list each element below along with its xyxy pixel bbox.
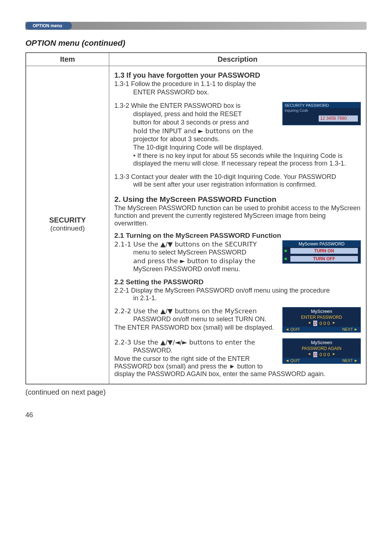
text-1-3-2d: hold the INPUT and ► buttons on the xyxy=(114,127,361,135)
heading-1-3: 1.3 If you have forgotten your PASSWORD xyxy=(114,71,361,80)
osd-turn-off: TURN OFF xyxy=(290,256,358,262)
header-tab-label: OPTION menu xyxy=(33,23,62,28)
osd-ep-next: NEXT ► xyxy=(342,327,358,331)
item-sub: (continued) xyxy=(31,224,104,232)
osd-myscreen-password: MyScreen PASSWORD TURN ON TURN OFF xyxy=(282,240,361,264)
osd-pa-sub: PASSWORD AGAIN xyxy=(283,346,360,351)
header-tab: OPTION menu xyxy=(25,22,68,30)
text-2-2-1: 2.2-1 Display the MyScreen PASSWORD on/o… xyxy=(114,287,361,302)
osd-inquiring-code: 12 3456 7890 xyxy=(319,115,358,121)
osd-ep-quit: ◄ QUIT xyxy=(285,327,300,331)
osd-turn-on: TURN ON xyxy=(290,248,358,254)
text-1-3-2f: The 10-digit Inquiring Code will be disp… xyxy=(114,144,361,151)
osd-security-password: SECURITY PASSWORD Inquiring Code 12 3456… xyxy=(282,102,361,125)
continued-note: (continued on next page) xyxy=(25,388,367,396)
osd-ep-digits: ◄ 0 0 0 0 ► xyxy=(283,320,360,327)
osd-password-again: MyScreen PASSWORD AGAIN ◄ 0 0 0 0 ► ◄ QU… xyxy=(282,338,361,364)
osd-pa-title: MyScreen xyxy=(283,339,360,346)
osd-enter-password: MyScreen ENTER PASSWORD ◄ 0 0 0 0 ► ◄ QU… xyxy=(282,307,361,333)
table-row: SECURITY (continued) 1.3 If you have for… xyxy=(26,66,366,384)
osd-title: SECURITY PASSWORD xyxy=(283,103,360,108)
osd-subtitle: Inquiring Code xyxy=(283,108,360,113)
osd-ep-digits-rest: 0 0 0 xyxy=(319,321,330,326)
section-title: OPTION menu (continued) xyxy=(25,38,367,48)
text-1-3-1a: 1.3-1 Follow the procedure in 1.1-1 to d… xyxy=(114,80,361,88)
osd-myscreen-title: MyScreen PASSWORD xyxy=(283,241,360,247)
item-label: SECURITY xyxy=(31,216,104,224)
osd-ep-title: MyScreen xyxy=(283,308,360,315)
osd-ep-digit-selected: 0 xyxy=(313,321,317,326)
cell-description: 1.3 If you have forgotten your PASSWORD … xyxy=(109,66,367,384)
osd-pa-next: NEXT ► xyxy=(342,358,358,363)
osd-ep-sub: ENTER PASSWORD xyxy=(283,315,360,320)
header-bar: OPTION menu xyxy=(25,22,367,30)
triangle-left-icon: ◄ xyxy=(307,321,311,326)
text-1-3-1b: ENTER PASSWORD box. xyxy=(114,89,361,96)
marker-icon xyxy=(285,250,287,252)
text-2: The MyScreen PASSWORD function can be us… xyxy=(114,204,361,227)
text-1-3-2g: • If there is no key input for about 55 … xyxy=(114,152,361,167)
col-header-item: Item xyxy=(26,53,109,66)
marker-icon xyxy=(285,258,287,260)
text-2-1-1d: MyScreen PASSWORD on/off menu. xyxy=(114,265,361,273)
page-number: 46 xyxy=(25,396,367,419)
heading-2: 2. Using the MyScreen PASSWORD Function xyxy=(114,195,361,204)
osd-pa-quit: ◄ QUIT xyxy=(285,358,300,363)
heading-2-1: 2.1 Turning on the MyScreen PASSWORD Fun… xyxy=(114,232,361,240)
text-1-3-2e: projector for about 3 seconds. xyxy=(114,135,361,143)
content-table: Item Description SECURITY (continued) 1.… xyxy=(25,52,367,384)
heading-2-2: 2.2 Setting the PASSWORD xyxy=(114,278,361,286)
triangle-left-icon: ◄ xyxy=(307,352,311,357)
triangle-right-icon: ► xyxy=(332,352,336,357)
osd-pa-digit-selected: 0 xyxy=(313,352,317,357)
col-header-description: Description xyxy=(109,53,367,66)
text-1-3-3: 1.3-3 Contact your dealer with the 10-di… xyxy=(114,173,361,188)
cell-item: SECURITY (continued) xyxy=(26,66,109,384)
osd-pa-digits: ◄ 0 0 0 0 ► xyxy=(283,351,360,358)
triangle-right-icon: ► xyxy=(332,321,336,326)
osd-pa-digits-rest: 0 0 0 xyxy=(319,352,330,357)
